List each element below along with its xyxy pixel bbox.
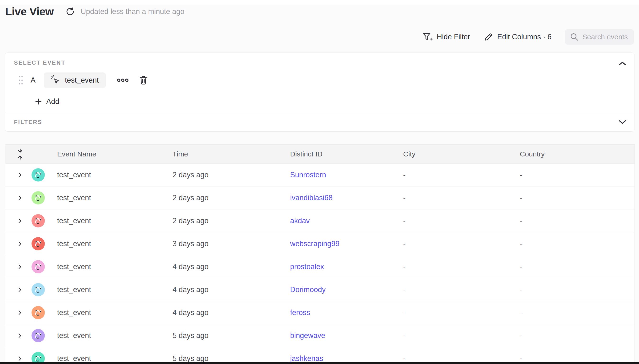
avatar <box>32 329 45 342</box>
time-cell: 5 days ago <box>172 331 290 340</box>
event-name-cell: test_event <box>57 216 172 225</box>
expand-filters-button[interactable] <box>618 120 626 124</box>
chevron-right-icon <box>18 241 22 246</box>
distinct-id-link[interactable]: feross <box>290 308 403 317</box>
add-label: Add <box>46 97 59 106</box>
chevron-right-icon <box>18 218 22 224</box>
event-name-cell: test_event <box>57 262 172 271</box>
distinct-id-link[interactable]: webscraping99 <box>290 240 403 248</box>
avatar <box>32 214 45 228</box>
time-cell: 2 days ago <box>172 216 290 225</box>
collapse-rows-icon <box>17 148 24 160</box>
pencil-icon <box>484 32 494 42</box>
time-cell: 2 days ago <box>172 171 290 179</box>
event-name-cell: test_event <box>57 286 172 294</box>
table-row: test_event 5 days ago jashkenas - - <box>5 347 634 364</box>
expand-row-button[interactable] <box>18 355 25 362</box>
avatar <box>32 306 45 319</box>
chevron-right-icon <box>18 287 22 292</box>
delete-event-button[interactable] <box>139 76 148 85</box>
city-cell: - <box>403 194 520 202</box>
filters-section: FILTERS <box>5 113 634 131</box>
table-row: test_event 4 days ago feross - - <box>5 301 634 324</box>
search-icon <box>570 32 579 42</box>
drag-handle-icon[interactable] <box>18 75 24 86</box>
distinct-id-link[interactable]: bingewave <box>290 331 403 340</box>
table-row: test_event 2 days ago ivandiblasi68 - - <box>5 186 634 210</box>
chevron-down-icon <box>618 120 626 124</box>
hide-filter-button[interactable]: Hide Filter <box>422 32 470 42</box>
event-row: A test_event <box>18 72 148 88</box>
event-chip[interactable]: test_event <box>44 72 106 88</box>
table-row: test_event 4 days ago Dorimoody - - <box>5 278 634 301</box>
chevron-right-icon <box>18 356 22 361</box>
expand-row-button[interactable] <box>18 286 25 293</box>
city-cell: - <box>403 216 520 225</box>
expand-row-button[interactable] <box>18 194 25 202</box>
query-builder-panel: SELECT EVENT A test_event <box>5 52 635 132</box>
column-header-time: Time <box>172 150 290 158</box>
distinct-id-link[interactable]: prostoalex <box>290 262 403 271</box>
page-title: Live View <box>5 5 54 18</box>
filter-plus-icon <box>422 32 433 42</box>
avatar <box>32 283 45 296</box>
distinct-id-link[interactable]: Dorimoody <box>290 286 403 294</box>
time-cell: 4 days ago <box>172 262 290 271</box>
city-cell: - <box>403 308 520 317</box>
event-name-cell: test_event <box>57 331 172 340</box>
country-cell: - <box>520 240 634 248</box>
time-cell: 4 days ago <box>172 308 290 317</box>
expand-row-button[interactable] <box>18 309 25 316</box>
select-event-section: SELECT EVENT A test_event <box>5 53 634 113</box>
ellipsis-icon <box>117 78 129 82</box>
toolbar: Hide Filter Edit Columns · 6 <box>422 28 634 46</box>
column-header-country: Country <box>520 150 634 158</box>
city-cell: - <box>403 262 520 271</box>
refresh-icon <box>65 7 75 16</box>
expand-row-button[interactable] <box>18 171 25 178</box>
time-cell: 3 days ago <box>172 240 290 248</box>
add-event-button[interactable]: Add <box>35 95 59 108</box>
event-name-cell: test_event <box>57 240 172 248</box>
country-cell: - <box>520 286 634 294</box>
chevron-right-icon <box>18 264 22 269</box>
expand-row-button[interactable] <box>18 240 25 247</box>
expand-row-button[interactable] <box>18 263 25 270</box>
avatar <box>32 237 45 250</box>
more-options-button[interactable] <box>117 78 129 82</box>
city-cell: - <box>403 331 520 340</box>
hide-filter-label: Hide Filter <box>437 33 470 41</box>
table-body: test_event 2 days ago Sunrostern - - tes… <box>5 164 634 364</box>
chevron-right-icon <box>18 310 22 315</box>
table-row: test_event 2 days ago Sunrostern - - <box>5 164 634 186</box>
top-strip <box>0 0 639 5</box>
distinct-id-link[interactable]: akdav <box>290 216 403 225</box>
time-cell: 5 days ago <box>172 354 290 363</box>
expand-row-button[interactable] <box>18 332 25 339</box>
avatar <box>32 168 45 182</box>
avatar <box>32 260 45 273</box>
distinct-id-link[interactable]: ivandiblasi68 <box>290 194 403 202</box>
chevron-right-icon <box>18 172 22 178</box>
collapse-rows-button[interactable] <box>17 148 25 161</box>
city-cell: - <box>403 286 520 294</box>
distinct-id-link[interactable]: Sunrostern <box>290 171 403 179</box>
event-chip-label: test_event <box>65 76 99 84</box>
column-header-event-name: Event Name <box>57 150 172 158</box>
trash-icon <box>139 76 148 85</box>
time-cell: 2 days ago <box>172 194 290 202</box>
avatar <box>32 191 45 204</box>
edit-columns-label: Edit Columns · 6 <box>497 33 552 41</box>
table-row: test_event 2 days ago akdav - - <box>5 210 634 232</box>
page-header: Live View Updated less than a minute ago <box>5 5 184 18</box>
chevron-right-icon <box>18 195 22 200</box>
city-cell: - <box>403 171 520 179</box>
edit-columns-button[interactable]: Edit Columns · 6 <box>484 32 552 42</box>
event-name-cell: test_event <box>57 171 172 179</box>
distinct-id-link[interactable]: jashkenas <box>290 354 403 363</box>
country-cell: - <box>520 262 634 271</box>
city-cell: - <box>403 354 520 363</box>
collapse-select-event-button[interactable] <box>618 61 626 66</box>
refresh-button[interactable] <box>65 6 75 17</box>
expand-row-button[interactable] <box>18 217 25 224</box>
